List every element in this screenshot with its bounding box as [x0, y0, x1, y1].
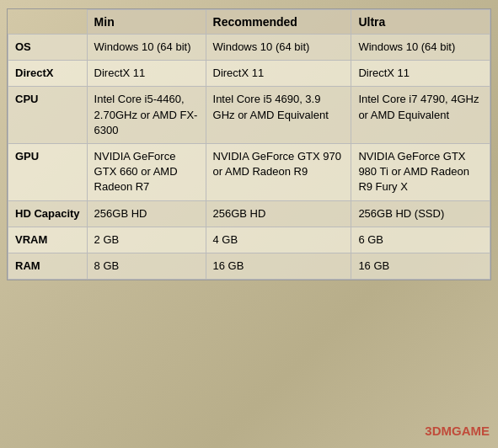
table-row: CPUIntel Core i5-4460, 2.70GHz or AMD FX… [8, 87, 490, 144]
row-label: GPU [8, 143, 88, 200]
table-header-row: Min Recommended Ultra [8, 10, 490, 35]
cell-ultra: 256GB HD (SSD) [351, 200, 490, 227]
cell-ultra: NVIDIA GeForce GTX 980 Ti or AMD Radeon … [351, 143, 490, 200]
specs-table-wrapper: Min Recommended Ultra OSWindows 10 (64 b… [7, 8, 491, 280]
header-recommended: Recommended [206, 10, 351, 35]
cell-min: 2 GB [87, 227, 206, 253]
table-row: GPUNVIDIA GeForce GTX 660 or AMD Radeon … [8, 143, 490, 200]
cell-ultra: 6 GB [351, 227, 490, 253]
cell-ultra: 16 GB [351, 253, 490, 279]
row-label: OS [8, 35, 88, 61]
row-label: RAM [8, 253, 88, 279]
cell-min: NVIDIA GeForce GTX 660 or AMD Radeon R7 [87, 143, 206, 200]
table-row: OSWindows 10 (64 bit)Windows 10 (64 bit)… [8, 35, 490, 61]
cell-recommended: NVIDIA GeForce GTX 970 or AMD Radeon R9 [206, 143, 351, 200]
specs-table: Min Recommended Ultra OSWindows 10 (64 b… [8, 9, 490, 280]
row-label: DirectX [8, 61, 88, 87]
table-row: DirectXDirectX 11DirectX 11DirectX 11 [8, 61, 490, 87]
row-label: HD Capacity [8, 200, 88, 227]
cell-min: 256GB HD [87, 200, 206, 227]
cell-recommended: Windows 10 (64 bit) [206, 35, 351, 61]
header-min: Min [87, 10, 206, 35]
cell-recommended: DirectX 11 [206, 61, 351, 87]
cell-ultra: Windows 10 (64 bit) [351, 35, 490, 61]
cell-min: 8 GB [87, 253, 206, 279]
header-ultra: Ultra [351, 10, 490, 35]
cell-recommended: 16 GB [206, 253, 351, 279]
cell-ultra: DirectX 11 [351, 61, 490, 87]
cell-recommended: Intel Core i5 4690, 3.9 GHz or AMD Equiv… [206, 87, 351, 144]
header-empty [8, 10, 88, 35]
cell-min: DirectX 11 [87, 61, 206, 87]
table-row: RAM8 GB16 GB16 GB [8, 253, 490, 279]
cell-recommended: 4 GB [206, 227, 351, 253]
watermark: 3DMGAME [425, 424, 490, 438]
table-row: HD Capacity256GB HD256GB HD256GB HD (SSD… [8, 200, 490, 227]
table-row: VRAM2 GB4 GB6 GB [8, 227, 490, 253]
cell-recommended: 256GB HD [206, 200, 351, 227]
cell-min: Intel Core i5-4460, 2.70GHz or AMD FX-63… [87, 87, 206, 144]
row-label: CPU [8, 87, 88, 144]
cell-min: Windows 10 (64 bit) [87, 35, 206, 61]
row-label: VRAM [8, 227, 88, 253]
cell-ultra: Intel Core i7 4790, 4GHz or AMD Equivale… [351, 87, 490, 144]
